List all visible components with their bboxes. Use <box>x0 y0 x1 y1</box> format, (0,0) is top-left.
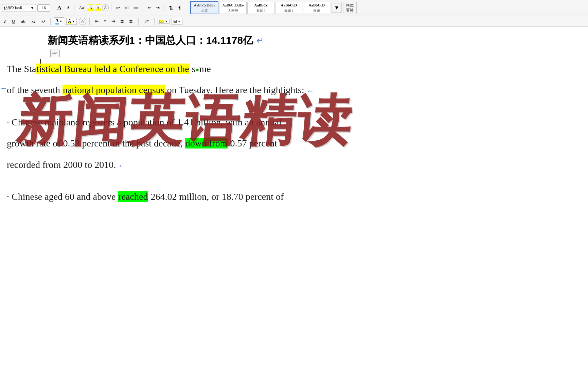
char-style-btn[interactable]: A <box>79 18 86 25</box>
font-color-btn[interactable]: A <box>87 4 94 11</box>
title-enter-mark: ↵ <box>256 35 264 46</box>
line1-text-before: The Sta <box>7 64 36 74</box>
align-left-btn[interactable]: ⇤ <box>93 18 101 25</box>
sep5 <box>164 4 164 12</box>
sep3 <box>111 4 111 12</box>
doc-line-6: · Chinese aged 60 and above reached 264.… <box>7 188 574 205</box>
line2-text-after: on Tuesday. Here are the highlights: <box>165 85 304 95</box>
line-spacing-btn[interactable]: ↕≡ <box>142 18 151 25</box>
borders-dropdown-arrow: ▼ <box>178 20 181 23</box>
font-name-dropdown[interactable]: 仿宋XiаnR... ▼ <box>2 4 36 12</box>
sep6 <box>185 4 185 12</box>
line1-text-end: me <box>199 64 211 74</box>
shading-dropdown-arrow: ▼ <box>165 20 168 23</box>
document-content: The Statistical Bureau held a Conference… <box>7 60 574 205</box>
align-center-btn[interactable]: ≡ <box>102 18 109 25</box>
style-wujiange-label: 无间隔 <box>222 8 244 13</box>
shading-color-swatch <box>159 20 164 23</box>
highlight-color-arrow: ▼ <box>72 20 75 23</box>
style-wujiange-preview: AaBbCcDdEe <box>222 3 244 7</box>
green-dot-inline: ● <box>196 66 199 73</box>
document-area: 新闻英语精读系列1：中国总人口：14.1178亿 ↵ ABC ↑ 新闻英语精读 … <box>0 27 588 216</box>
borders-btn[interactable]: ⊞ ▼ <box>172 18 182 25</box>
sep7 <box>50 18 51 25</box>
multilevel-list-btn[interactable]: ≡≡ <box>131 4 141 12</box>
style-zhengwen[interactable]: AaBbCcDdEe 正文 <box>190 1 218 14</box>
line2-text-before: of the seventh <box>7 85 63 95</box>
font-size-input[interactable]: 16 <box>37 4 50 12</box>
superscript-btn[interactable]: x² <box>39 18 47 25</box>
text-color-arrow: ▼ <box>59 20 63 23</box>
doc-line-4: growth rate of 0.53 percent in the past … <box>7 135 574 152</box>
number-list-btn[interactable]: ≡1 <box>122 4 131 12</box>
style-biaoti2-label: 标题 2 <box>278 8 299 13</box>
line6-highlight: reached <box>118 191 148 202</box>
text-color-dropdown[interactable]: A ▼ <box>54 17 64 25</box>
line6-text-before: · Chinese aged 60 and above <box>7 191 118 202</box>
format-style-pane-btn[interactable]: 格式窗格 <box>343 2 357 14</box>
align-justify-btn[interactable]: ≣ <box>118 18 126 25</box>
show-hide-btn[interactable]: ¶ <box>177 4 183 12</box>
alignment-group: ⇤ ≡ ⇥ ≣ ≣ <box>93 18 135 25</box>
font-style-circle-btn[interactable]: A <box>102 4 109 11</box>
style-biaoti2[interactable]: AaBbCcD 标题 2 <box>275 2 302 14</box>
font-name-arrow: ▼ <box>30 5 34 11</box>
bullet-list-btn[interactable]: ≡• <box>114 4 122 12</box>
toolbar-row2: I U ab x₂ x² A ▼ A ▼ A ⇤ ≡ ⇥ ≣ ≣ <box>0 16 588 27</box>
abc-badge-row: ABC ↑ <box>48 50 574 57</box>
borders-icon: ⊞ <box>173 19 177 24</box>
line4-highlight: down from <box>185 138 228 148</box>
font-size-value: 16 <box>42 5 46 10</box>
font-size-grow-btn[interactable]: A <box>55 4 64 12</box>
line1-highlight: tistical Bureau held a Conference on the <box>36 64 189 74</box>
highlight-btn[interactable]: A <box>95 4 101 11</box>
doc-line-1: The Statistical Bureau held a Conference… <box>7 60 574 77</box>
align-distribute-btn[interactable]: ≣ <box>127 18 135 25</box>
style-biaoti1-label: 标题 1 <box>250 8 271 13</box>
align-right-btn[interactable]: ⇥ <box>109 18 118 25</box>
sep4 <box>143 4 143 12</box>
highlight-color-dropdown[interactable]: A ▼ <box>66 18 77 25</box>
indent-group: ⇤ ⇥ <box>146 4 162 12</box>
highlight-color-icon: A <box>68 19 71 24</box>
italic-btn[interactable]: I <box>2 18 8 25</box>
line5-text: recorded from 2000 to 2010. <box>7 159 116 170</box>
shading-btn[interactable]: ▼ <box>158 19 170 24</box>
line2-bracket: ← <box>0 82 7 95</box>
abc-text: ABC <box>52 52 57 55</box>
line4-text-after: 0.57 percent <box>228 138 277 148</box>
decrease-indent-btn[interactable]: ⇤ <box>146 4 154 12</box>
increase-indent-btn[interactable]: ⇥ <box>154 4 162 12</box>
style-biaoti1[interactable]: AaBbCc 标题 1 <box>247 2 274 14</box>
sep9 <box>138 18 139 25</box>
style-zhengwen-label: 正文 <box>194 8 215 13</box>
style-presets: AaBbCcDdEe 正文 AaBbCcDdEe 无间隔 AaBbCc 标题 1… <box>190 1 330 14</box>
document-title: 新闻英语精读系列1：中国总人口：14.1178亿 <box>48 34 253 48</box>
change-case-btn[interactable]: Aa <box>77 4 86 12</box>
font-name-label: 仿宋XiаnR... <box>4 5 25 11</box>
line4-text-before: growth rate of 0.53 percent in the past … <box>7 138 185 148</box>
toolbar-row1: 仿宋XiаnR... ▼ 16 A A Aa A A A ≡• ≡1 ≡≡ <box>0 0 588 16</box>
doc-line-spacer2 <box>7 177 574 184</box>
sort-btn[interactable]: ⇅ <box>167 4 175 12</box>
style-biaoti[interactable]: AaBbCcD 标题 <box>303 2 330 14</box>
subscript-btn[interactable]: x₂ <box>30 18 38 25</box>
line2-enter-mark: ← <box>307 87 314 95</box>
more-styles-btn[interactable]: ▼ <box>332 3 342 13</box>
sep2 <box>74 4 74 12</box>
abc-badge: ABC ↑ <box>50 50 60 57</box>
underline-btn[interactable]: U <box>10 18 17 25</box>
text-color-icon: A <box>55 18 59 24</box>
style-zhengwen-preview: AaBbCcDdEe <box>194 3 215 7</box>
sep8 <box>89 18 90 25</box>
style-biaoti-preview: AaBbCcD <box>309 3 325 7</box>
style-biaoti-label: 标题 <box>306 8 327 13</box>
style-wujiange[interactable]: AaBbCcDdEe 无间隔 <box>219 2 247 14</box>
doc-line-5: recorded from 2000 to 2010. ← <box>7 156 574 173</box>
style-biaoti1-preview: AaBbCc <box>254 3 268 7</box>
font-size-shrink-btn[interactable]: A <box>65 4 72 12</box>
title-row: 新闻英语精读系列1：中国总人口：14.1178亿 ↵ <box>48 34 574 48</box>
line3-text: · Chinese mainland registers a populatio… <box>7 117 282 127</box>
strikethrough-btn[interactable]: ab <box>19 18 27 25</box>
toolbar: 仿宋XiаnR... ▼ 16 A A Aa A A A ≡• ≡1 ≡≡ <box>0 0 588 27</box>
